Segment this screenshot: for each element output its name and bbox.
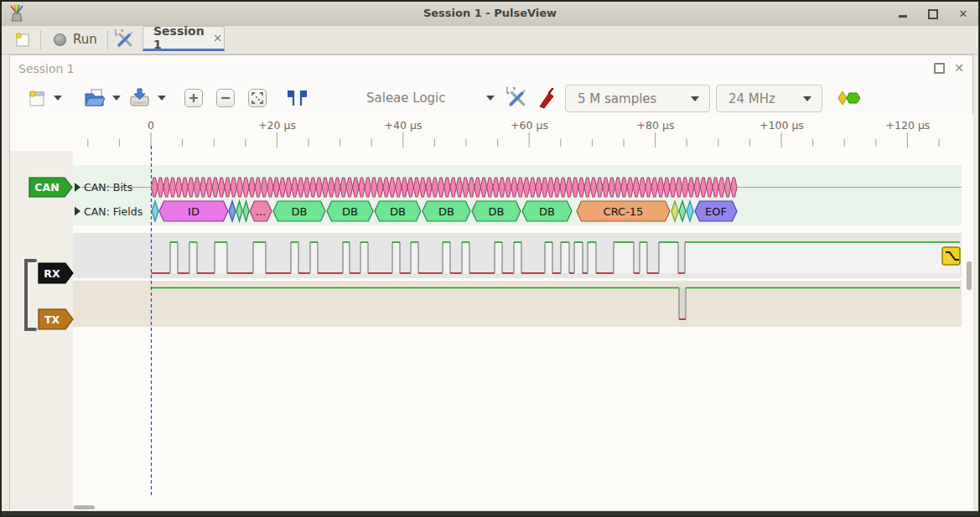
zoom-fit-button[interactable] bbox=[248, 89, 267, 107]
toolbar-separator bbox=[40, 30, 41, 49]
float-icon bbox=[934, 63, 945, 74]
svg-text:...: ... bbox=[256, 205, 266, 218]
session-toolbar: Saleae Logic 5 M samples 24 MHz bbox=[10, 81, 972, 115]
configure-tools-icon bbox=[506, 87, 528, 109]
sample-rate-value: 24 MHz bbox=[729, 91, 803, 106]
trigger-marker-icon[interactable] bbox=[942, 247, 960, 265]
minimize-button[interactable] bbox=[896, 8, 910, 21]
dropdown-arrow-icon bbox=[691, 96, 699, 101]
device-selector[interactable]: Saleae Logic bbox=[366, 81, 446, 115]
toolbar-separator bbox=[107, 30, 108, 49]
zoom-in-button[interactable] bbox=[184, 89, 203, 107]
close-icon: ✕ bbox=[959, 8, 968, 19]
svg-text:DB: DB bbox=[390, 205, 406, 218]
vertical-scrollbar-thumb[interactable] bbox=[967, 261, 972, 290]
dock-close-button[interactable]: ✕ bbox=[952, 61, 966, 75]
svg-text:CAN: Bits: CAN: Bits bbox=[84, 181, 132, 194]
minimize-icon bbox=[899, 15, 907, 18]
add-decoder-icon bbox=[837, 90, 862, 106]
dock-titlebar[interactable]: Session 1 ✕ bbox=[10, 55, 972, 81]
svg-text:CAN: CAN bbox=[34, 181, 59, 194]
svg-text:DB: DB bbox=[292, 205, 308, 218]
zoom-fit-icon bbox=[249, 90, 266, 106]
show-cursors-button[interactable] bbox=[285, 81, 309, 115]
svg-text:+120 µs: +120 µs bbox=[886, 119, 931, 132]
tab-session-1[interactable]: Session 1 × bbox=[143, 26, 225, 51]
svg-text:TX: TX bbox=[44, 313, 60, 326]
cursors-flags-icon bbox=[285, 88, 309, 108]
zoom-in-icon bbox=[185, 90, 202, 106]
probe-icon bbox=[537, 87, 558, 109]
settings-button[interactable] bbox=[114, 28, 136, 50]
svg-text:0: 0 bbox=[148, 119, 154, 132]
run-state-icon bbox=[54, 34, 66, 46]
new-session-icon bbox=[27, 88, 47, 108]
save-dropdown[interactable] bbox=[158, 81, 166, 115]
svg-text:+20 µs: +20 µs bbox=[258, 119, 296, 132]
window-title: Session 1 - PulseView bbox=[2, 7, 978, 19]
dropdown-arrow-icon bbox=[158, 96, 166, 101]
main-toolbar: Run Session 1 × bbox=[2, 26, 978, 54]
svg-text:DB: DB bbox=[539, 205, 555, 218]
svg-text:CAN: Fields: CAN: Fields bbox=[84, 205, 143, 218]
dropdown-arrow-icon bbox=[803, 96, 811, 101]
dock-float-button[interactable] bbox=[932, 61, 946, 75]
tab-label: Session 1 bbox=[153, 24, 205, 51]
svg-text:+40 µs: +40 µs bbox=[385, 119, 423, 132]
configure-device-button[interactable] bbox=[506, 81, 528, 115]
svg-text:+100 µs: +100 µs bbox=[760, 119, 804, 132]
device-selector-arrow[interactable] bbox=[486, 81, 495, 115]
run-label: Run bbox=[73, 32, 97, 47]
dropdown-arrow-icon bbox=[54, 96, 62, 101]
channels-button[interactable] bbox=[537, 81, 558, 115]
close-button[interactable]: ✕ bbox=[957, 8, 970, 21]
save-icon bbox=[129, 88, 151, 108]
new-view-button[interactable] bbox=[12, 28, 34, 50]
horizontal-scrollbar-thumb[interactable] bbox=[74, 505, 95, 509]
sample-rate-select[interactable]: 24 MHz bbox=[716, 85, 822, 112]
tab-close-icon[interactable]: × bbox=[213, 31, 223, 44]
new-session-button[interactable] bbox=[27, 81, 47, 115]
window-titlebar[interactable]: Session 1 - PulseView ✕ bbox=[2, 2, 978, 27]
device-name: Saleae Logic bbox=[366, 90, 446, 106]
svg-text:DB: DB bbox=[342, 205, 358, 218]
svg-text:EOF: EOF bbox=[705, 205, 727, 218]
svg-text:DB: DB bbox=[438, 205, 454, 218]
save-button[interactable] bbox=[129, 81, 151, 115]
svg-text:DB: DB bbox=[489, 205, 505, 218]
dropdown-arrow-icon bbox=[486, 96, 495, 101]
sample-count-select[interactable]: 5 M samples bbox=[565, 85, 710, 112]
svg-text:+80 µs: +80 µs bbox=[637, 119, 675, 132]
zoom-out-button[interactable] bbox=[216, 89, 235, 107]
dock-title: Session 1 bbox=[18, 62, 75, 75]
svg-text:CRC-15: CRC-15 bbox=[604, 205, 644, 218]
svg-text:RX: RX bbox=[44, 267, 60, 280]
svg-text:+60 µs: +60 µs bbox=[511, 119, 548, 132]
tools-icon bbox=[115, 29, 135, 49]
new-session-dropdown[interactable] bbox=[54, 81, 62, 115]
maximize-button[interactable] bbox=[926, 8, 940, 21]
zoom-out-icon bbox=[217, 90, 234, 106]
add-decoder-button[interactable] bbox=[837, 81, 862, 115]
new-view-icon bbox=[13, 30, 32, 49]
open-file-icon bbox=[84, 88, 106, 108]
trace-view[interactable]: 0+20 µs+40 µs+60 µs+80 µs+100 µs+120 µsI… bbox=[10, 115, 973, 510]
pulseview-window: Session 1 - PulseView ✕ Run bbox=[0, 0, 980, 517]
svg-text:ID: ID bbox=[188, 205, 200, 218]
run-button[interactable]: Run bbox=[49, 28, 102, 50]
open-button[interactable] bbox=[84, 81, 106, 115]
maximize-icon bbox=[928, 9, 938, 19]
window-bottom-edge bbox=[2, 511, 978, 515]
sample-count-value: 5 M samples bbox=[578, 91, 691, 106]
dropdown-arrow-icon bbox=[112, 96, 121, 101]
open-dropdown[interactable] bbox=[112, 81, 121, 115]
trace-background bbox=[10, 115, 973, 510]
